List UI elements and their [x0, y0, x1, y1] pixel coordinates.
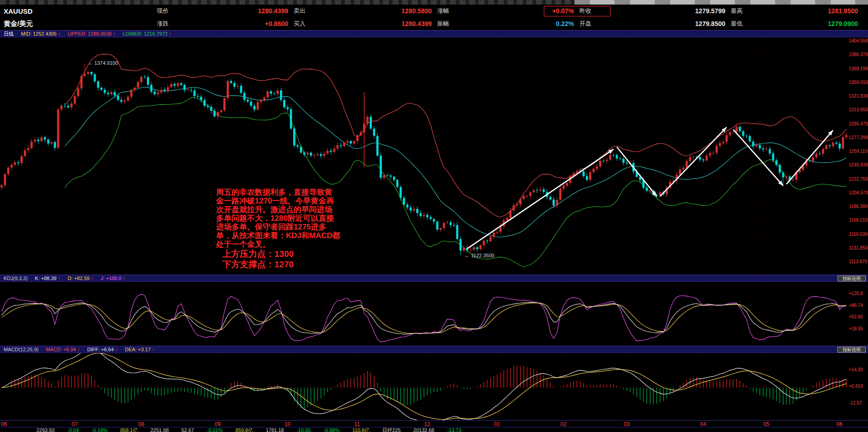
- x-axis-month-label: 03: [624, 421, 630, 427]
- toolbar-strip[interactable]: [0, 0, 868, 5]
- diff-number: +6.64: [101, 347, 114, 352]
- up-arrow-icon: ↑: [58, 31, 61, 36]
- x-axis-month-label: 07: [72, 421, 78, 427]
- ticker-item[interactable]: -0.88%: [324, 427, 340, 432]
- boll-mid-label: MID:: [21, 31, 31, 36]
- macd-diff-value: DIFF: +6.64 ↑: [87, 347, 118, 352]
- macd-indicator-help-button[interactable]: 指标说明: [837, 347, 866, 353]
- kdj-pane[interactable]: +120.8+86.74+52.65+18.55: [0, 282, 868, 346]
- field-label: 涨幅: [437, 7, 449, 15]
- ticker-item[interactable]: -13.73: [447, 427, 461, 432]
- boll-lower-number: 1216.7972: [144, 31, 168, 36]
- y-axis-label: 1295.470: [849, 122, 868, 126]
- field-value: 1280.5800: [402, 7, 432, 15]
- quote-row-2: 黄金/美元 涨跌 +0.8600 买入 1280.4399 振幅 0.22% 开…: [0, 17, 868, 30]
- up-arrow-icon: ↑: [115, 347, 118, 352]
- x-axis-month-label: 08: [138, 421, 144, 427]
- toolbar-icons[interactable]: [0, 0, 574, 5]
- analysis-note-line: 单，从技术面来看：KDJ和MACD都: [216, 231, 340, 240]
- candlestick-chart-canvas[interactable]: ← 1374.9100← 1122.3500: [0, 37, 848, 275]
- field-value: 1280.4399: [258, 7, 288, 15]
- field-value: 1279.5799: [695, 7, 725, 15]
- quote-field-change: 涨跌 +0.8600: [157, 20, 294, 28]
- quote-field-high: 最高 1281.9500: [731, 7, 863, 15]
- symbol-code: XAUUSD: [0, 7, 157, 15]
- quote-field-bid: 买入 1280.4399: [294, 20, 437, 28]
- macd-chart-canvas[interactable]: [0, 353, 848, 420]
- quote-field-open: 开盘 1279.8500: [579, 20, 731, 28]
- boll-mid-number: 1252.4305: [33, 31, 57, 36]
- x-axis-month-label: 10: [284, 421, 290, 427]
- y-axis-label: 1168.210: [849, 218, 868, 223]
- quote-row-1: XAUUSD 现价 1280.4399 卖出 1280.5800 涨幅 +0.0…: [0, 5, 868, 17]
- period-label: 日线: [4, 31, 14, 37]
- main-chart-pane[interactable]: ← 1374.9100← 1122.3500 周五的非农数据利多，直接导致黄金一…: [0, 37, 868, 275]
- k-label: K:: [35, 276, 40, 281]
- ticker-item[interactable]: 日经225: [382, 427, 400, 432]
- y-axis-label: 1150.030: [849, 232, 868, 237]
- y-axis-label: 1186.390: [849, 204, 868, 209]
- y-axis-label: 1113.670: [849, 260, 867, 264]
- analysis-note-line: 处于一个金叉。: [216, 240, 340, 249]
- ticker-item[interactable]: -0.31%: [207, 427, 223, 432]
- y-axis-label: 1222.750: [849, 177, 868, 182]
- analysis-note-line: 金一路冲破1270一线。今早黄金再: [216, 197, 340, 205]
- ticker-item[interactable]: 858.1亿: [120, 427, 138, 432]
- x-axis-month-label: 04: [700, 421, 706, 427]
- ticker-item[interactable]: -15.65: [297, 427, 311, 432]
- kdj-j-value: J: +100.0 ↑: [101, 276, 125, 281]
- boll-mid-value: MID: 1252.4305 ↑: [21, 31, 61, 36]
- up-arrow-icon: ↑: [91, 276, 93, 281]
- ticker-item[interactable]: 110.8亿: [352, 427, 370, 432]
- d-number: +82.59: [74, 276, 89, 281]
- ticker-item[interactable]: 859.8亿: [235, 427, 253, 432]
- x-axis-month-label: 05: [763, 421, 769, 427]
- field-label: 最高: [731, 7, 743, 15]
- quote-field-change-percent: 涨幅 +0.07%: [437, 7, 579, 15]
- boll-upper-value: UPPER: 1288.0638 ↑: [68, 31, 115, 36]
- field-value: +0.07%: [552, 7, 574, 15]
- y-axis-label: +0.818: [849, 384, 863, 389]
- x-axis-month-label: 06: [837, 421, 842, 427]
- y-axis-label: +120.8: [849, 291, 863, 296]
- kdj-k-value: K: +88.39 ↑: [35, 276, 61, 281]
- macd-pane[interactable]: +14.20+0.818-12.57: [0, 353, 868, 420]
- up-arrow-icon: ↑: [113, 31, 116, 36]
- analysis-note-line: 下方支撑点：1270: [216, 259, 340, 270]
- field-value: 1280.4399: [402, 20, 432, 27]
- toolbar-right-section[interactable]: [574, 0, 868, 5]
- macd-header: MACD(12,26,9) MACD: +6.94 ↑ DIFF: +6.64 …: [0, 346, 868, 353]
- quote-field-prev-close: 昨收 1279.5799: [579, 7, 731, 15]
- ticker-item[interactable]: 1781.18: [266, 427, 284, 432]
- ticker-item[interactable]: 2293.50: [36, 427, 55, 432]
- price-axis: 1404.5501386.3701368.1901350.0101331.830…: [848, 37, 868, 275]
- y-axis-label: 1331.830: [849, 94, 868, 99]
- macd-axis: +14.20+0.818-12.57: [848, 353, 868, 420]
- up-arrow-icon: ↑: [152, 347, 155, 352]
- y-axis-label: 1350.010: [849, 80, 868, 85]
- x-axis-month-label: 02: [560, 421, 566, 427]
- x-axis-month-label: 09: [215, 421, 221, 427]
- field-label: 涨跌: [157, 20, 169, 28]
- y-axis-label: 1131.850: [849, 246, 868, 250]
- kdj-indicator-help-button[interactable]: 指标说明: [837, 276, 866, 281]
- field-value: 1281.9500: [828, 7, 858, 15]
- ticker-item[interactable]: 52.67: [181, 427, 194, 432]
- field-label: 最低: [731, 20, 743, 28]
- macd-title: MACD(12,26,9): [4, 347, 38, 352]
- field-label: 卖出: [294, 7, 305, 15]
- kdj-title: KDJ(9,3,3): [4, 276, 28, 281]
- quote-field-last: 现价 1280.4399: [157, 7, 294, 15]
- ticker-item[interactable]: 20132.68: [413, 427, 434, 432]
- ticker-item[interactable]: -0.19%: [92, 427, 108, 432]
- field-label: 现价: [157, 7, 169, 15]
- svg-text:← 1374.9100: ← 1374.9100: [88, 60, 118, 66]
- y-axis-label: 1368.190: [849, 67, 868, 71]
- macd-number: +6.94: [63, 347, 76, 352]
- ticker-item[interactable]: 2251.98: [150, 427, 169, 432]
- field-label: 振幅: [437, 20, 449, 28]
- field-value: 1279.0900: [828, 20, 858, 27]
- kdj-chart-canvas[interactable]: [0, 282, 848, 346]
- quote-field-ask: 卖出 1280.5800: [294, 7, 437, 15]
- ticker-item[interactable]: -0.04: [67, 427, 79, 432]
